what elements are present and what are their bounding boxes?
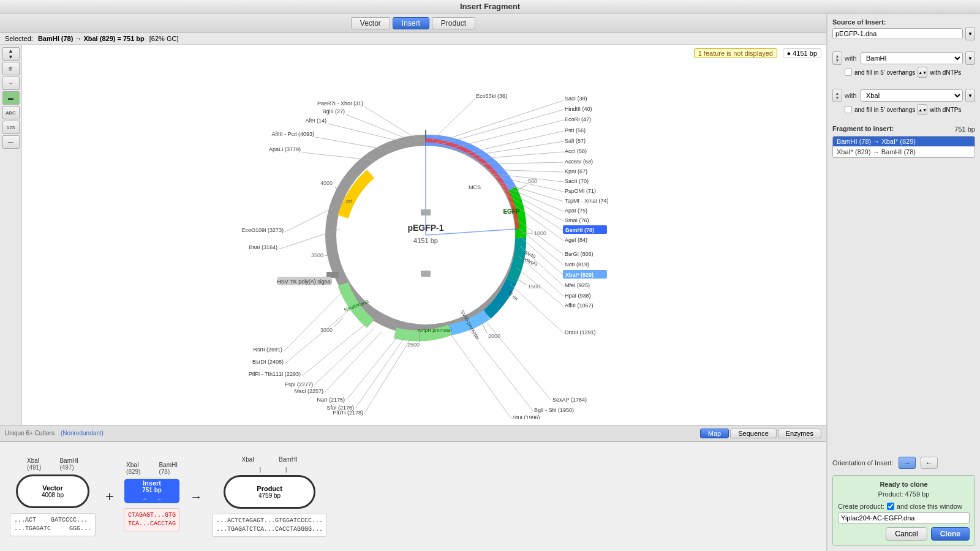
insert-reverse-arrow[interactable]: ← bbox=[153, 495, 167, 503]
svg-text:ApaLI  (3779): ApaLI (3779) bbox=[268, 146, 300, 152]
product-text: Product: 4759 bp bbox=[838, 490, 970, 498]
svg-text:3000: 3000 bbox=[320, 327, 332, 333]
svg-text:PstI  (56): PstI (56) bbox=[565, 127, 586, 133]
orient-reverse-btn[interactable]: ← bbox=[921, 457, 938, 469]
gc-value: [62% GC] bbox=[149, 35, 179, 42]
tool-1[interactable]: ⊞ bbox=[2, 62, 20, 75]
svg-text:Acc65I  (63): Acc65I (63) bbox=[565, 159, 593, 165]
fill2-spinner[interactable]: ▲▼ bbox=[918, 104, 927, 115]
cut1-enzyme-select[interactable]: BamHI bbox=[861, 52, 963, 64]
cut2-spinner[interactable]: ▲▼ bbox=[832, 89, 842, 102]
left-panel: Vector Insert Product Selected: BamHI (7… bbox=[0, 13, 827, 551]
svg-text:BsaI  (3164): BsaI (3164) bbox=[249, 244, 277, 250]
insert-seq-bottom: TCA...CACCTAG bbox=[128, 520, 176, 528]
cutters-link[interactable]: (Nonredundant) bbox=[61, 430, 104, 437]
cut2-dropdown[interactable]: ▼ bbox=[965, 89, 975, 102]
tool-select[interactable]: ▲▼ bbox=[2, 47, 20, 61]
filename-input[interactable] bbox=[838, 512, 970, 523]
tab-sequence[interactable]: Sequence bbox=[730, 429, 777, 438]
cut1-section: ▲▼ with BamHI ▼ and fill in 5' overhangs… bbox=[832, 49, 975, 78]
svg-line-37 bbox=[464, 131, 564, 154]
orient-forward-btn[interactable]: → bbox=[899, 457, 916, 469]
filename-row bbox=[838, 512, 970, 523]
insert-bp: 751 bp bbox=[142, 487, 162, 493]
tab-map[interactable]: Map bbox=[700, 429, 729, 438]
plus-operator: + bbox=[105, 488, 114, 505]
map-area: ▲▼ ⊞ → ▬ ABC 123 — 1 feature is not disp… bbox=[0, 45, 826, 425]
fill1-with: with dNTPs bbox=[930, 69, 961, 76]
clone-button[interactable]: Clone bbox=[931, 527, 970, 541]
svg-line-39 bbox=[469, 141, 564, 156]
tab-vector[interactable]: Vector bbox=[351, 17, 390, 29]
tab-insert[interactable]: Insert bbox=[393, 17, 429, 29]
fill2-checkbox[interactable] bbox=[845, 106, 852, 113]
cut1-spinner[interactable]: ▲▼ bbox=[832, 51, 842, 65]
svg-text:BamHI  (78): BamHI (78) bbox=[565, 227, 594, 233]
create-row: Create product: and close this window bbox=[838, 503, 970, 510]
svg-text:BsrGI  (806): BsrGI (806) bbox=[565, 251, 594, 257]
svg-line-111 bbox=[469, 329, 533, 411]
svg-text:TspMI - XmaI  (74): TspMI - XmaI (74) bbox=[565, 198, 609, 204]
cut2-enzyme-select[interactable]: XbaI bbox=[861, 89, 963, 102]
svg-text:EcoRI  (47): EcoRI (47) bbox=[565, 116, 591, 122]
svg-text:SacII  (70): SacII (70) bbox=[565, 178, 589, 184]
selected-label: Selected: bbox=[5, 35, 33, 42]
svg-text:EcoO109I  (3273): EcoO109I (3273) bbox=[241, 227, 284, 233]
svg-text:AflIII - PciI  (4093): AflIII - PciI (4093) bbox=[271, 131, 314, 137]
cut2-label: with bbox=[845, 92, 858, 99]
tool-color[interactable]: ▬ bbox=[2, 91, 20, 105]
selected-bar: Selected: BamHI (78) → XbaI (829) = 751 … bbox=[0, 33, 826, 45]
svg-text:PspOMI  (71): PspOMI (71) bbox=[565, 188, 596, 194]
clone-btn-row: Cancel Clone bbox=[838, 527, 970, 541]
fragment-bp: 751 bp bbox=[954, 126, 975, 133]
create-checkbox[interactable] bbox=[887, 503, 894, 510]
tool-abc[interactable]: ABC bbox=[2, 106, 20, 119]
svg-text:SalI  (57): SalI (57) bbox=[565, 138, 586, 144]
svg-line-29 bbox=[432, 99, 475, 141]
fill1-checkbox[interactable] bbox=[845, 69, 852, 76]
close-label: and close this window bbox=[897, 503, 962, 510]
svg-text:SmaI  (76): SmaI (76) bbox=[565, 217, 589, 223]
plasmid-name: pEGFP-1 bbox=[407, 223, 443, 233]
product-piece: XbaI BamHI | | Product 4759 bp ...ACTCTA… bbox=[212, 456, 327, 537]
toolbar-left: ▲▼ ⊞ → ▬ ABC 123 — bbox=[0, 45, 22, 425]
fragment-item-1[interactable]: XbaI* (829) → BamHI (78) bbox=[833, 147, 974, 157]
svg-text:PluTI  (2178): PluTI (2178) bbox=[333, 410, 363, 416]
orientation-row: Orientation of Insert: → ← bbox=[832, 457, 975, 469]
tool-arrow[interactable]: → bbox=[2, 77, 20, 90]
svg-text:DraIII  (1291): DraIII (1291) bbox=[565, 329, 596, 335]
ready-text: Ready to clone bbox=[838, 481, 970, 488]
svg-text:3500: 3500 bbox=[311, 252, 323, 258]
svg-text:Eco53kI  (36): Eco53kI (36) bbox=[476, 93, 507, 99]
fragment-item-0[interactable]: BamHI (78) → XbaI* (829) bbox=[833, 137, 974, 147]
tab-bar: Vector Insert Product bbox=[0, 13, 826, 33]
svg-line-107 bbox=[364, 339, 410, 413]
fill2-row: and fill in 5' overhangs ▲▼ with dNTPs bbox=[845, 104, 975, 115]
insert-forward-arrow[interactable]: → bbox=[138, 495, 151, 503]
svg-text:PflFI - Tth111I  (2293): PflFI - Tth111I (2293) bbox=[248, 371, 300, 377]
tab-product[interactable]: Product bbox=[432, 17, 475, 29]
tool-line[interactable]: — bbox=[2, 135, 20, 149]
svg-line-113 bbox=[450, 334, 511, 419]
source-input[interactable] bbox=[832, 28, 963, 39]
svg-text:AccI  (58): AccI (58) bbox=[565, 148, 587, 154]
fragment-list: BamHI (78) → XbaI* (829) XbaI* (829) → B… bbox=[832, 136, 975, 158]
fill2-label: and fill in 5' overhangs bbox=[854, 107, 915, 113]
cancel-button[interactable]: Cancel bbox=[886, 527, 927, 541]
cut1-dropdown[interactable]: ▼ bbox=[965, 51, 975, 65]
source-dropdown[interactable]: ▼ bbox=[965, 27, 975, 40]
tab-enzymes[interactable]: Enzymes bbox=[778, 429, 821, 438]
create-label: Create product: bbox=[838, 503, 884, 510]
svg-text:NarI  (2175): NarI (2175) bbox=[317, 397, 345, 403]
svg-text:500: 500 bbox=[528, 178, 537, 184]
product-seq-bottom: ...TGAGATCTCA...CACCTAGGGG... bbox=[216, 525, 323, 534]
svg-line-71 bbox=[519, 256, 564, 296]
arrow-operator: → bbox=[190, 490, 202, 504]
svg-rect-117 bbox=[421, 271, 431, 277]
fill1-spinner[interactable]: ▲▼ bbox=[918, 67, 927, 78]
svg-line-103 bbox=[346, 336, 398, 400]
product-label: Product bbox=[257, 485, 282, 492]
fragment-label: Fragment to insert: bbox=[832, 125, 894, 132]
svg-text:SacI  (38): SacI (38) bbox=[565, 96, 587, 102]
tool-num[interactable]: 123 bbox=[2, 121, 20, 134]
